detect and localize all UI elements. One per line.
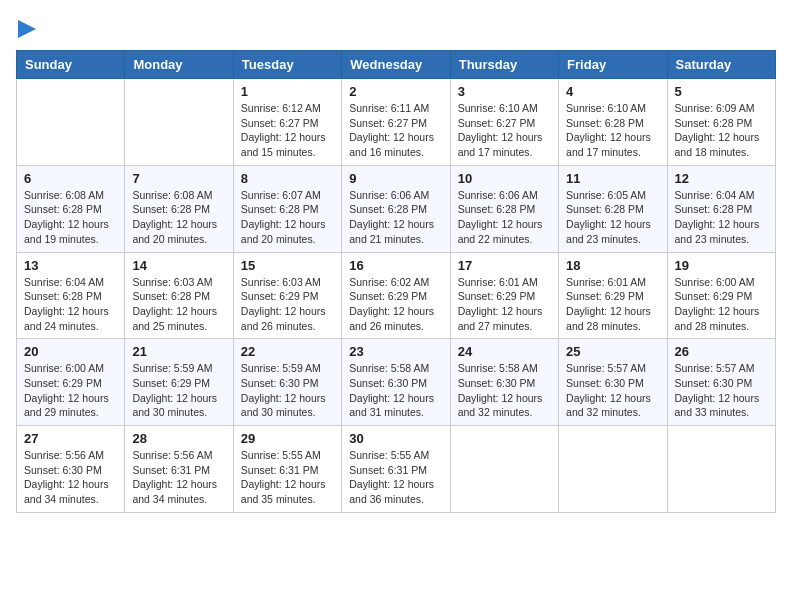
day-info: Sunrise: 5:56 AM Sunset: 6:30 PM Dayligh… (24, 448, 117, 507)
calendar-cell: 25Sunrise: 5:57 AM Sunset: 6:30 PM Dayli… (559, 339, 667, 426)
day-info: Sunrise: 5:58 AM Sunset: 6:30 PM Dayligh… (458, 361, 551, 420)
calendar-cell: 11Sunrise: 6:05 AM Sunset: 6:28 PM Dayli… (559, 165, 667, 252)
calendar-week-row: 20Sunrise: 6:00 AM Sunset: 6:29 PM Dayli… (17, 339, 776, 426)
day-number: 11 (566, 171, 659, 186)
calendar-cell: 1Sunrise: 6:12 AM Sunset: 6:27 PM Daylig… (233, 79, 341, 166)
day-number: 15 (241, 258, 334, 273)
day-info: Sunrise: 6:06 AM Sunset: 6:28 PM Dayligh… (458, 188, 551, 247)
day-info: Sunrise: 5:57 AM Sunset: 6:30 PM Dayligh… (566, 361, 659, 420)
day-number: 13 (24, 258, 117, 273)
day-number: 4 (566, 84, 659, 99)
svg-marker-0 (18, 20, 36, 38)
calendar-cell (559, 426, 667, 513)
day-info: Sunrise: 6:10 AM Sunset: 6:27 PM Dayligh… (458, 101, 551, 160)
calendar-cell: 10Sunrise: 6:06 AM Sunset: 6:28 PM Dayli… (450, 165, 558, 252)
day-info: Sunrise: 6:03 AM Sunset: 6:28 PM Dayligh… (132, 275, 225, 334)
day-number: 3 (458, 84, 551, 99)
logo (16, 16, 36, 38)
weekday-header-monday: Monday (125, 51, 233, 79)
day-info: Sunrise: 5:59 AM Sunset: 6:30 PM Dayligh… (241, 361, 334, 420)
calendar-week-row: 13Sunrise: 6:04 AM Sunset: 6:28 PM Dayli… (17, 252, 776, 339)
day-info: Sunrise: 6:06 AM Sunset: 6:28 PM Dayligh… (349, 188, 442, 247)
day-info: Sunrise: 6:10 AM Sunset: 6:28 PM Dayligh… (566, 101, 659, 160)
day-number: 23 (349, 344, 442, 359)
day-number: 28 (132, 431, 225, 446)
calendar-cell: 30Sunrise: 5:55 AM Sunset: 6:31 PM Dayli… (342, 426, 450, 513)
day-info: Sunrise: 5:59 AM Sunset: 6:29 PM Dayligh… (132, 361, 225, 420)
day-info: Sunrise: 6:02 AM Sunset: 6:29 PM Dayligh… (349, 275, 442, 334)
day-number: 21 (132, 344, 225, 359)
day-number: 26 (675, 344, 768, 359)
logo-triangle-icon (18, 20, 36, 38)
calendar-week-row: 1Sunrise: 6:12 AM Sunset: 6:27 PM Daylig… (17, 79, 776, 166)
weekday-header-saturday: Saturday (667, 51, 775, 79)
day-info: Sunrise: 5:57 AM Sunset: 6:30 PM Dayligh… (675, 361, 768, 420)
day-info: Sunrise: 6:07 AM Sunset: 6:28 PM Dayligh… (241, 188, 334, 247)
calendar-cell: 28Sunrise: 5:56 AM Sunset: 6:31 PM Dayli… (125, 426, 233, 513)
calendar-cell (450, 426, 558, 513)
calendar-table: SundayMondayTuesdayWednesdayThursdayFrid… (16, 50, 776, 513)
day-number: 27 (24, 431, 117, 446)
day-info: Sunrise: 6:01 AM Sunset: 6:29 PM Dayligh… (566, 275, 659, 334)
day-number: 5 (675, 84, 768, 99)
day-info: Sunrise: 6:12 AM Sunset: 6:27 PM Dayligh… (241, 101, 334, 160)
day-info: Sunrise: 5:58 AM Sunset: 6:30 PM Dayligh… (349, 361, 442, 420)
day-number: 29 (241, 431, 334, 446)
day-number: 14 (132, 258, 225, 273)
calendar-cell: 19Sunrise: 6:00 AM Sunset: 6:29 PM Dayli… (667, 252, 775, 339)
calendar-week-row: 27Sunrise: 5:56 AM Sunset: 6:30 PM Dayli… (17, 426, 776, 513)
calendar-cell: 2Sunrise: 6:11 AM Sunset: 6:27 PM Daylig… (342, 79, 450, 166)
day-number: 1 (241, 84, 334, 99)
day-info: Sunrise: 5:55 AM Sunset: 6:31 PM Dayligh… (349, 448, 442, 507)
day-info: Sunrise: 6:00 AM Sunset: 6:29 PM Dayligh… (675, 275, 768, 334)
weekday-header-wednesday: Wednesday (342, 51, 450, 79)
day-info: Sunrise: 6:11 AM Sunset: 6:27 PM Dayligh… (349, 101, 442, 160)
day-number: 18 (566, 258, 659, 273)
calendar-cell: 5Sunrise: 6:09 AM Sunset: 6:28 PM Daylig… (667, 79, 775, 166)
day-number: 19 (675, 258, 768, 273)
calendar-cell: 18Sunrise: 6:01 AM Sunset: 6:29 PM Dayli… (559, 252, 667, 339)
calendar-cell: 23Sunrise: 5:58 AM Sunset: 6:30 PM Dayli… (342, 339, 450, 426)
calendar-week-row: 6Sunrise: 6:08 AM Sunset: 6:28 PM Daylig… (17, 165, 776, 252)
day-info: Sunrise: 6:04 AM Sunset: 6:28 PM Dayligh… (24, 275, 117, 334)
calendar-cell: 17Sunrise: 6:01 AM Sunset: 6:29 PM Dayli… (450, 252, 558, 339)
calendar-cell: 14Sunrise: 6:03 AM Sunset: 6:28 PM Dayli… (125, 252, 233, 339)
calendar-cell: 4Sunrise: 6:10 AM Sunset: 6:28 PM Daylig… (559, 79, 667, 166)
calendar-cell: 21Sunrise: 5:59 AM Sunset: 6:29 PM Dayli… (125, 339, 233, 426)
day-info: Sunrise: 6:08 AM Sunset: 6:28 PM Dayligh… (24, 188, 117, 247)
calendar-cell: 27Sunrise: 5:56 AM Sunset: 6:30 PM Dayli… (17, 426, 125, 513)
day-number: 24 (458, 344, 551, 359)
day-info: Sunrise: 6:05 AM Sunset: 6:28 PM Dayligh… (566, 188, 659, 247)
calendar-cell: 13Sunrise: 6:04 AM Sunset: 6:28 PM Dayli… (17, 252, 125, 339)
calendar-cell (667, 426, 775, 513)
day-number: 30 (349, 431, 442, 446)
weekday-header-friday: Friday (559, 51, 667, 79)
day-number: 12 (675, 171, 768, 186)
calendar-cell: 22Sunrise: 5:59 AM Sunset: 6:30 PM Dayli… (233, 339, 341, 426)
calendar-cell: 24Sunrise: 5:58 AM Sunset: 6:30 PM Dayli… (450, 339, 558, 426)
weekday-header-tuesday: Tuesday (233, 51, 341, 79)
day-number: 10 (458, 171, 551, 186)
logo-blue-text (16, 16, 36, 38)
day-info: Sunrise: 6:01 AM Sunset: 6:29 PM Dayligh… (458, 275, 551, 334)
day-number: 17 (458, 258, 551, 273)
day-info: Sunrise: 6:04 AM Sunset: 6:28 PM Dayligh… (675, 188, 768, 247)
day-number: 2 (349, 84, 442, 99)
day-info: Sunrise: 6:09 AM Sunset: 6:28 PM Dayligh… (675, 101, 768, 160)
page-header (16, 16, 776, 38)
calendar-cell: 7Sunrise: 6:08 AM Sunset: 6:28 PM Daylig… (125, 165, 233, 252)
calendar-cell: 20Sunrise: 6:00 AM Sunset: 6:29 PM Dayli… (17, 339, 125, 426)
calendar-cell: 16Sunrise: 6:02 AM Sunset: 6:29 PM Dayli… (342, 252, 450, 339)
calendar-cell: 26Sunrise: 5:57 AM Sunset: 6:30 PM Dayli… (667, 339, 775, 426)
day-info: Sunrise: 6:00 AM Sunset: 6:29 PM Dayligh… (24, 361, 117, 420)
day-number: 22 (241, 344, 334, 359)
calendar-cell: 8Sunrise: 6:07 AM Sunset: 6:28 PM Daylig… (233, 165, 341, 252)
calendar-cell: 12Sunrise: 6:04 AM Sunset: 6:28 PM Dayli… (667, 165, 775, 252)
calendar-header-row: SundayMondayTuesdayWednesdayThursdayFrid… (17, 51, 776, 79)
calendar-cell: 9Sunrise: 6:06 AM Sunset: 6:28 PM Daylig… (342, 165, 450, 252)
day-number: 20 (24, 344, 117, 359)
weekday-header-thursday: Thursday (450, 51, 558, 79)
day-info: Sunrise: 5:55 AM Sunset: 6:31 PM Dayligh… (241, 448, 334, 507)
day-info: Sunrise: 6:03 AM Sunset: 6:29 PM Dayligh… (241, 275, 334, 334)
day-number: 6 (24, 171, 117, 186)
